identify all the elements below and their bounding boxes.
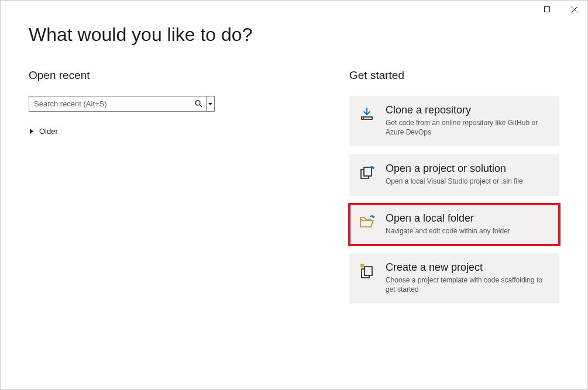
close-icon [571, 6, 577, 13]
open-recent-heading: Open recent [29, 69, 274, 82]
clone-icon [359, 104, 375, 137]
svg-line-2 [200, 105, 202, 107]
new-project-icon [359, 261, 375, 294]
card-desc: Choose a project template with code scaf… [386, 275, 550, 294]
svg-point-1 [195, 101, 200, 105]
chevron-right-icon [30, 129, 33, 134]
create-new-project-card[interactable]: Create a new project Choose a project te… [349, 253, 559, 303]
card-desc: Navigate and edit code within any folder [386, 226, 550, 236]
project-icon [359, 163, 375, 186]
chevron-down-icon [208, 103, 212, 105]
clone-repository-card[interactable]: Clone a repository Get code from an onli… [349, 96, 559, 146]
folder-icon [359, 212, 375, 236]
get-started-heading: Get started [349, 69, 559, 82]
search-recent-input[interactable] [29, 96, 191, 111]
card-title: Clone a repository [386, 104, 550, 116]
svg-rect-0 [545, 7, 550, 12]
svg-rect-6 [364, 167, 372, 176]
search-dropdown-button[interactable] [206, 96, 214, 111]
card-desc: Get code from an online repository like … [386, 118, 550, 137]
page-title: What would you like to do? [1, 1, 587, 46]
close-button[interactable] [561, 1, 587, 18]
svg-point-4 [363, 118, 364, 119]
card-title: Open a local folder [386, 212, 550, 225]
card-desc: Open a local Visual Studio project or .s… [386, 177, 550, 186]
maximize-button[interactable] [534, 1, 561, 18]
search-recent-container [29, 96, 215, 112]
open-local-folder-card[interactable]: Open a local folder Navigate and edit co… [349, 204, 559, 245]
search-icon [195, 100, 202, 108]
card-title: Create a new project [386, 261, 550, 274]
open-project-card[interactable]: Open a project or solution Open a local … [349, 154, 559, 195]
search-button[interactable] [191, 96, 206, 111]
older-label: Older [39, 127, 58, 136]
older-group-toggle[interactable]: Older [30, 127, 274, 136]
maximize-icon [544, 6, 550, 12]
svg-rect-8 [365, 267, 372, 275]
card-title: Open a project or solution [386, 163, 550, 175]
